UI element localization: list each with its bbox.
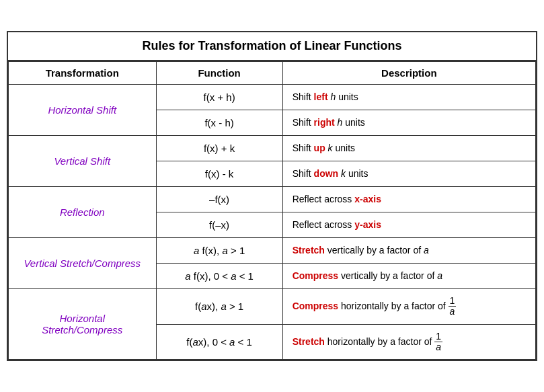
description-cell: Shift left h units [282,84,535,110]
function-cell: a f(x), a > 1 [156,237,282,263]
function-cell: f(ax), 0 < a < 1 [156,324,282,360]
description-cell: Stretch vertically by a factor of a [282,237,535,263]
table-wrapper: Rules for Transformation of Linear Funct… [7,31,537,362]
function-cell: f(x + h) [156,84,282,110]
table-title: Rules for Transformation of Linear Funct… [8,32,536,61]
transform-cell: Horizontal Stretch/Compress [9,288,157,360]
function-cell: f(x) - k [156,161,282,186]
header-function: Function [156,61,282,84]
transform-cell: Horizontal Shift [9,84,157,135]
function-cell: f(ax), a > 1 [156,288,282,324]
description-cell: Compress horizontally by a factor of 1a [282,288,535,324]
main-table: Transformation Function Description Hori… [8,61,536,360]
table-row: Horizontal Shiftf(x + h)Shift left h uni… [9,84,536,110]
table-row: Vertical Stretch/Compressa f(x), a > 1St… [9,237,536,263]
description-cell: Shift down k units [282,161,535,186]
transform-cell: Reflection [9,186,157,237]
description-cell: Stretch horizontally by a factor of 1a [282,324,535,360]
function-cell: f(x - h) [156,110,282,135]
header-description: Description [282,61,535,84]
description-cell: Shift right h units [282,110,535,135]
function-cell: f(–x) [156,212,282,237]
function-cell: f(x) + k [156,135,282,161]
transform-cell: Vertical Stretch/Compress [9,237,157,288]
table-row: Vertical Shiftf(x) + kShift up k units [9,135,536,161]
table-row: Reflection–f(x)Reflect across x-axis [9,186,536,212]
function-cell: a f(x), 0 < a < 1 [156,263,282,288]
table-row: Horizontal Stretch/Compressf(ax), a > 1C… [9,288,536,324]
header-transformation: Transformation [9,61,157,84]
description-cell: Reflect across x-axis [282,186,535,212]
description-cell: Shift up k units [282,135,535,161]
transform-cell: Vertical Shift [9,135,157,186]
description-cell: Compress vertically by a factor of a [282,263,535,288]
header-row: Transformation Function Description [9,61,536,84]
function-cell: –f(x) [156,186,282,212]
description-cell: Reflect across y-axis [282,212,535,237]
